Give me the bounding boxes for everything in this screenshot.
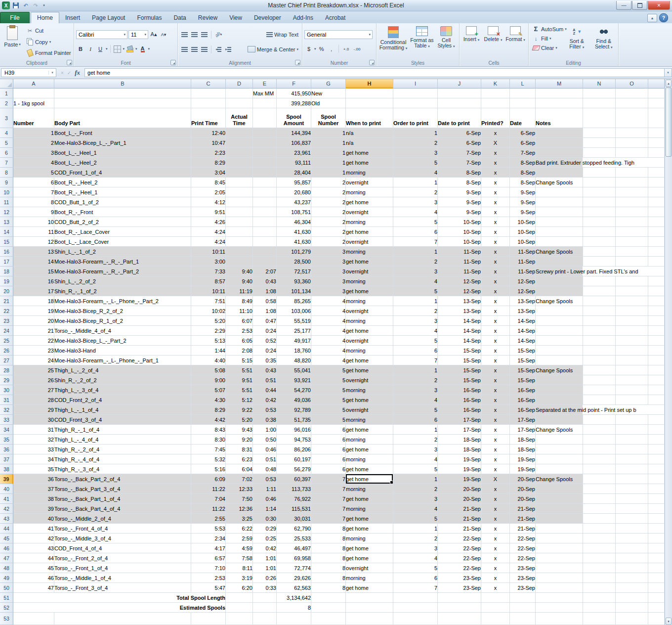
cell[interactable] xyxy=(583,98,616,108)
cell[interactable] xyxy=(616,197,648,207)
cell[interactable] xyxy=(616,573,648,583)
cell[interactable]: 4:59 xyxy=(226,543,253,553)
cell[interactable]: 6:07 xyxy=(226,316,253,326)
cell[interactable]: 8:45 xyxy=(191,178,226,187)
cell[interactable] xyxy=(226,178,253,187)
cell[interactable]: overnight xyxy=(346,405,393,415)
cell[interactable] xyxy=(583,464,616,474)
cell[interactable]: 6 xyxy=(393,415,438,425)
cell[interactable]: 6 xyxy=(311,464,346,474)
cell[interactable] xyxy=(583,534,616,543)
cell[interactable]: Bad print. Extruder stopped feeding. Tig… xyxy=(536,158,665,168)
cell[interactable]: 4 xyxy=(311,336,346,346)
cell[interactable] xyxy=(481,593,510,603)
cell[interactable]: morning xyxy=(346,573,393,583)
cell[interactable]: 15-Sep xyxy=(438,356,481,365)
alignment-dialog-launcher[interactable] xyxy=(295,60,300,65)
cell[interactable]: 9:22 xyxy=(226,405,253,415)
cell[interactable]: 15-Sep xyxy=(438,365,481,375)
cell[interactable]: 45 xyxy=(13,563,54,573)
cell[interactable]: 7:50 xyxy=(226,494,253,504)
cell[interactable]: 5 xyxy=(393,336,438,346)
cell[interactable]: x xyxy=(481,583,510,593)
cell[interactable]: 7 xyxy=(311,474,346,484)
cell[interactable] xyxy=(648,108,665,128)
cell[interactable]: x xyxy=(481,346,510,356)
cell[interactable]: Torso_-_Front_4_of_4 xyxy=(54,524,191,534)
cell[interactable]: 14-Sep xyxy=(438,336,481,346)
cell[interactable]: Boot_R_-_Front xyxy=(54,207,191,217)
cell[interactable]: 2 xyxy=(311,217,346,227)
scroll-down-icon[interactable]: ▼ xyxy=(666,618,672,625)
cell[interactable]: x xyxy=(481,543,510,553)
cell[interactable] xyxy=(583,563,616,573)
align-right-button[interactable] xyxy=(200,45,209,54)
cell[interactable] xyxy=(226,128,253,138)
cell[interactable]: 415,950 xyxy=(277,89,311,98)
cell[interactable]: 40 xyxy=(13,514,54,524)
cell[interactable]: 6 xyxy=(393,346,438,356)
cell[interactable]: Printed? xyxy=(481,108,510,128)
cell[interactable]: 96,016 xyxy=(277,425,311,435)
cell[interactable]: 20-Sep xyxy=(510,474,536,484)
tab-page-layout[interactable]: Page Layout xyxy=(86,12,131,23)
cell[interactable] xyxy=(583,316,616,326)
cell[interactable] xyxy=(616,603,648,613)
cell[interactable] xyxy=(510,98,536,108)
cell[interactable]: 11-Sep xyxy=(438,267,481,276)
cell[interactable]: 5 xyxy=(311,395,346,405)
cell[interactable] xyxy=(648,217,665,227)
cell[interactable] xyxy=(481,89,510,98)
cell[interactable]: 27 xyxy=(13,385,54,395)
cell[interactable]: get home xyxy=(346,583,393,593)
cell[interactable]: 7:04 xyxy=(191,494,226,504)
cell[interactable]: 23-Sep xyxy=(438,573,481,583)
cell[interactable]: 12:40 xyxy=(191,128,226,138)
cell[interactable] xyxy=(616,247,648,257)
cell[interactable]: 1 xyxy=(311,158,346,168)
row-header-21[interactable]: 21 xyxy=(0,296,13,306)
cell[interactable]: 55,041 xyxy=(277,365,311,375)
cell[interactable] xyxy=(648,365,665,375)
cell[interactable]: 7-Sep xyxy=(510,148,536,158)
cell[interactable]: 4 xyxy=(393,276,438,286)
cell[interactable]: x xyxy=(481,128,510,138)
cell[interactable]: 15-Sep xyxy=(510,346,536,356)
minimize-button[interactable]: — xyxy=(616,1,631,10)
cell[interactable]: 10-Sep xyxy=(510,237,536,247)
cell[interactable]: 15-Sep xyxy=(510,356,536,365)
cell[interactable]: 12:33 xyxy=(226,484,253,494)
cell[interactable]: 41,630 xyxy=(277,237,311,247)
cell[interactable] xyxy=(481,98,510,108)
row-header-11[interactable]: 11 xyxy=(0,197,13,207)
cell[interactable]: 60,197 xyxy=(277,454,311,464)
cell[interactable]: 12-Sep xyxy=(438,276,481,286)
cell[interactable]: 41,630 xyxy=(277,227,311,237)
row-header-6[interactable]: 6 xyxy=(0,148,13,158)
cell[interactable] xyxy=(311,593,346,603)
cell[interactable]: x xyxy=(481,405,510,415)
cell[interactable]: 11:19 xyxy=(226,286,253,296)
cell[interactable]: 4 xyxy=(311,316,346,326)
cell[interactable]: 2:53 xyxy=(226,326,253,336)
cell[interactable]: Thigh_L_-_1_of_4 xyxy=(54,405,191,415)
cell[interactable] xyxy=(536,593,583,603)
cell[interactable]: Change Spools xyxy=(536,247,583,257)
undo-button[interactable]: ↶ xyxy=(22,1,30,9)
cell[interactable]: 1 xyxy=(393,296,438,306)
cell[interactable]: overnight xyxy=(346,267,393,276)
cell[interactable]: 20 xyxy=(13,316,54,326)
cell[interactable]: COD_Front_3_of_4 xyxy=(54,415,191,425)
cell[interactable] xyxy=(648,603,665,613)
row-header-9[interactable]: 9 xyxy=(0,178,13,187)
cell[interactable] xyxy=(616,365,648,375)
cell[interactable] xyxy=(583,247,616,257)
cell[interactable]: 76,922 xyxy=(277,494,311,504)
cell[interactable]: 22 xyxy=(13,336,54,346)
cell[interactable]: 1:01 xyxy=(253,563,277,573)
row-header-35[interactable]: 35 xyxy=(0,435,13,445)
cell[interactable]: Total Spool Length xyxy=(13,593,226,603)
row-header-23[interactable]: 23 xyxy=(0,316,13,326)
cell[interactable] xyxy=(648,435,665,445)
cell[interactable] xyxy=(616,227,648,237)
